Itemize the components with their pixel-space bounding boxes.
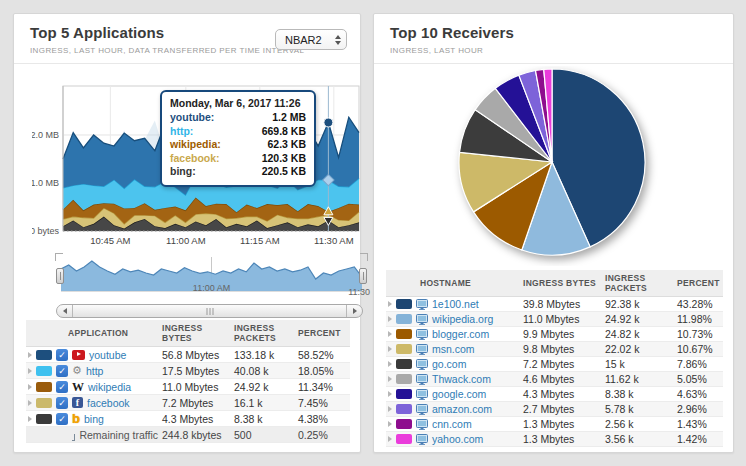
receiver-row: 1e100.net39.8 Mbytes92.38 k43.28%: [386, 297, 723, 312]
expand-caret-icon[interactable]: [28, 368, 32, 374]
expand-caret-icon[interactable]: [388, 316, 392, 322]
expand-caret-icon[interactable]: [28, 384, 32, 390]
monitor-icon: [416, 359, 428, 370]
applications-table: APPLICATIONINGRESS BYTESINGRESS PACKETSP…: [26, 320, 350, 443]
packets-cell: 500: [232, 427, 296, 443]
series-checkbox[interactable]: ✓: [56, 397, 68, 409]
receivers-pie-chart[interactable]: [374, 66, 735, 266]
netflow-dashboard: Top 5 Applications INGRESS, LAST HOUR, D…: [0, 0, 746, 466]
application-link[interactable]: wikipedia: [88, 381, 131, 393]
expand-caret-icon[interactable]: [388, 331, 392, 337]
column-header[interactable]: PERCENT: [675, 270, 723, 297]
packets-cell: 16.1 k: [232, 395, 296, 411]
percent-cell: 58.52%: [296, 347, 350, 363]
hostname-link[interactable]: go.com: [432, 358, 466, 370]
flow-type-dropdown[interactable]: NBAR2: [275, 29, 347, 50]
application-row: ✓ youtube56.8 Mbytes133.18 k58.52%: [26, 347, 350, 363]
monitor-icon: [416, 329, 428, 340]
expand-caret-icon[interactable]: [388, 391, 392, 397]
expand-caret-icon[interactable]: [388, 406, 392, 412]
dropdown-value: NBAR2: [285, 34, 322, 46]
monitor-icon: [416, 419, 428, 430]
column-header[interactable]: INGRESS PACKETS: [232, 320, 296, 347]
svg-text:2.0 MB: 2.0 MB: [32, 130, 59, 140]
scrollbar-left-arrow-icon[interactable]: [57, 305, 73, 317]
bytes-cell: 1.3 Mbytes: [521, 417, 603, 432]
expand-caret-icon[interactable]: [28, 400, 32, 406]
expand-caret-icon[interactable]: [388, 346, 392, 352]
scrollbar-grip[interactable]: [206, 308, 213, 315]
packets-cell: 3.56 k: [603, 432, 675, 447]
percent-cell: 18.05%: [296, 363, 350, 379]
scrubber-handle-right[interactable]: [359, 268, 367, 284]
expand-caret-icon[interactable]: [28, 352, 32, 358]
column-header[interactable]: HOSTNAME: [386, 270, 521, 297]
series-checkbox[interactable]: ✓: [56, 381, 68, 393]
svg-text:11:30 AM: 11:30 AM: [314, 235, 354, 246]
gear-icon: ⚙: [72, 366, 82, 376]
monitor-icon: [416, 344, 428, 355]
column-header[interactable]: INGRESS PACKETS: [603, 270, 675, 297]
expand-caret-icon[interactable]: [388, 421, 392, 427]
bytes-cell: 7.2 Mbytes: [521, 357, 603, 372]
series-color-swatch: [396, 404, 412, 414]
application-link[interactable]: bing: [84, 413, 104, 425]
monitor-icon: [416, 314, 428, 325]
receiver-row: google.com4.3 Mbytes8.38 k4.63%: [386, 387, 723, 402]
bytes-cell: 9.8 Mbytes: [521, 342, 603, 357]
expand-caret-icon[interactable]: [388, 361, 392, 367]
time-range-scrubber[interactable]: 11:00 AM 11:30: [61, 255, 362, 301]
column-header[interactable]: INGRESS BYTES: [160, 320, 232, 347]
packets-cell: 8.38 k: [232, 411, 296, 427]
bytes-cell: 2.7 Mbytes: [521, 402, 603, 417]
packets-cell: 133.18 k: [232, 347, 296, 363]
facebook-icon: f: [72, 397, 83, 408]
bytes-cell: 9.9 Mbytes: [521, 327, 603, 342]
chart-scrollbar[interactable]: [56, 304, 363, 318]
hostname-link[interactable]: google.com: [432, 388, 486, 400]
series-color-swatch: [396, 344, 412, 354]
bytes-cell: 4.3 Mbytes: [521, 387, 603, 402]
hostname-link[interactable]: msn.com: [432, 343, 475, 355]
scrollbar-right-arrow-icon[interactable]: [346, 305, 362, 317]
percent-cell: 11.98%: [675, 312, 723, 327]
remaining-traffic-label: Remaining traffic: [79, 429, 158, 441]
series-color-swatch: [396, 374, 412, 384]
percent-cell: 4.38%: [296, 411, 350, 427]
bytes-cell: 4.3 Mbytes: [160, 411, 232, 427]
dropdown-stepper-icon: [335, 35, 341, 45]
application-link[interactable]: facebook: [87, 397, 130, 409]
percent-cell: 5.05%: [675, 372, 723, 387]
expand-caret-icon[interactable]: [388, 301, 392, 307]
column-header[interactable]: APPLICATION: [26, 320, 160, 347]
application-row: ✓ W wikipedia11.0 Mbytes24.92 k11.34%: [26, 379, 350, 395]
application-link[interactable]: youtube: [89, 349, 126, 361]
application-row: ✓ f facebook7.2 Mbytes16.1 k7.45%: [26, 395, 350, 411]
series-checkbox[interactable]: ✓: [56, 349, 68, 361]
hostname-link[interactable]: wikipedia.org: [432, 313, 493, 325]
column-header[interactable]: PERCENT: [296, 320, 350, 347]
packets-cell: 24.92 k: [232, 379, 296, 395]
scrubber-handle-left[interactable]: [56, 268, 64, 284]
expand-caret-icon[interactable]: [28, 416, 32, 422]
svg-text:10:45 AM: 10:45 AM: [90, 235, 130, 246]
hostname-link[interactable]: 1e100.net: [432, 298, 479, 310]
bytes-cell: 11.0 Mbytes: [521, 312, 603, 327]
expand-caret-icon[interactable]: [388, 436, 392, 442]
application-link[interactable]: http: [86, 365, 104, 377]
series-color-swatch: [396, 389, 412, 399]
hostname-link[interactable]: cnn.com: [432, 418, 472, 430]
series-checkbox[interactable]: ✓: [56, 413, 68, 425]
percent-cell: 7.45%: [296, 395, 350, 411]
expand-caret-icon[interactable]: [388, 376, 392, 382]
series-checkbox[interactable]: ✓: [56, 365, 68, 377]
hostname-link[interactable]: amazon.com: [432, 403, 492, 415]
column-header[interactable]: INGRESS BYTES: [521, 270, 603, 297]
hostname-link[interactable]: blogger.com: [432, 328, 489, 340]
bytes-cell: 39.8 Mbytes: [521, 297, 603, 312]
hostname-link[interactable]: yahoo.com: [432, 433, 483, 445]
receiver-row: cnn.com1.3 Mbytes2.56 k1.43%: [386, 417, 723, 432]
hostname-link[interactable]: Thwack.com: [432, 373, 491, 385]
scrubber-end-label: 11:30: [348, 287, 370, 297]
bytes-cell: 7.2 Mbytes: [160, 395, 232, 411]
